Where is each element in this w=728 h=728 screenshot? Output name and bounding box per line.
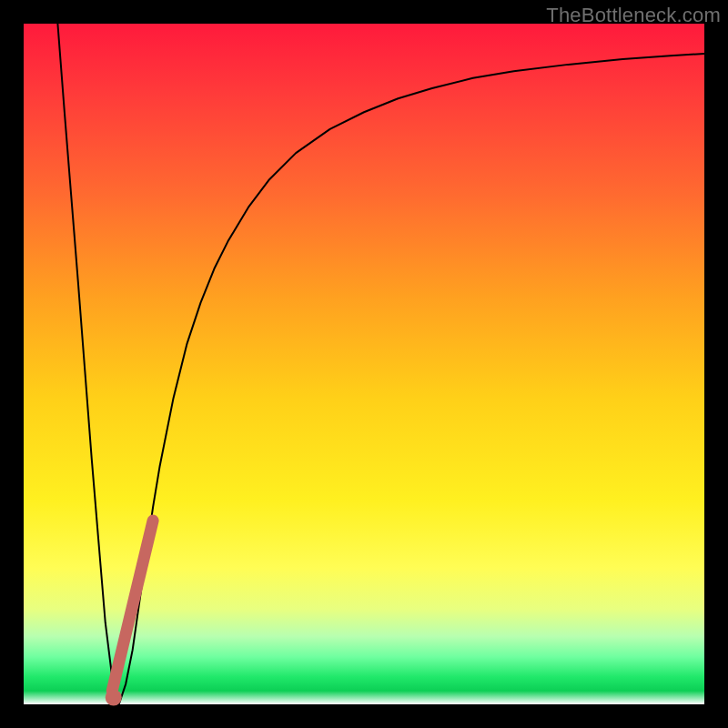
chart-frame: TheBottleneck.com — [0, 0, 728, 728]
watermark-text: TheBottleneck.com — [546, 4, 721, 27]
highlight-segment — [112, 521, 153, 691]
chart-svg — [24, 24, 704, 704]
highlight-dot — [106, 690, 122, 706]
bottleneck-curve — [57, 24, 704, 704]
